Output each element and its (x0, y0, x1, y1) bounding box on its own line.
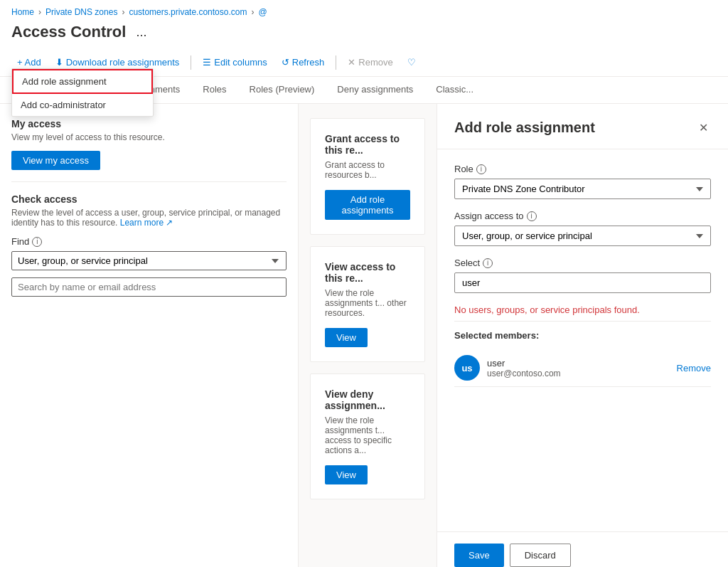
find-select[interactable]: User, group, or service principal Manage… (11, 251, 287, 270)
select-field-label: Select i (454, 258, 711, 268)
view-access-card: View access to this re... View the role … (310, 246, 425, 362)
find-info-icon: i (32, 237, 42, 247)
grant-access-card-title: Grant access to this re... (325, 133, 410, 156)
no-results-message: No users, groups, or service principals … (454, 299, 711, 322)
dropdown-item-add-co-admin[interactable]: Add co-administrator (12, 94, 153, 116)
save-button[interactable]: Save (454, 544, 504, 567)
select-info-icon: i (483, 258, 493, 268)
breadcrumb-customer[interactable]: customers.private.contoso.com (129, 7, 247, 17)
role-field-label: Role i (454, 164, 711, 174)
check-access-title: Check access (11, 194, 287, 205)
tab-roles[interactable]: Roles (191, 77, 237, 103)
tab-classic[interactable]: Classic... (424, 77, 485, 103)
columns-icon: ☰ (203, 57, 211, 68)
favorite-button[interactable]: ♡ (402, 53, 422, 72)
dropdown-item-add-role-assignment[interactable]: Add role assignment (12, 69, 153, 94)
breadcrumb-private-dns[interactable]: Private DNS zones (46, 7, 117, 17)
breadcrumb-at[interactable]: @ (258, 7, 267, 17)
page-title-row: Access Control ... (0, 20, 728, 48)
member-row: us user user@contoso.com Remove (454, 349, 711, 387)
my-access-title: My access (11, 118, 287, 129)
toolbar-separator-2 (336, 55, 336, 70)
view-access-button[interactable]: View (325, 328, 368, 347)
side-panel-footer: Save Discard (437, 531, 728, 567)
grant-access-card: Grant access to this re... Grant access … (310, 118, 425, 235)
side-panel-body: Role i Private DNS Zone Contributor Assi… (437, 149, 728, 531)
assign-access-label: Assign access to i (454, 211, 711, 221)
center-panel: Grant access to this re... Grant access … (299, 104, 437, 567)
check-access-section: Check access Review the level of access … (11, 194, 287, 297)
assign-access-select[interactable]: User, group, or service principal (454, 226, 711, 246)
edit-columns-button[interactable]: ☰ Edit columns (197, 53, 272, 72)
ellipsis-button[interactable]: ... (132, 23, 151, 41)
search-input[interactable] (11, 277, 287, 297)
view-access-card-title: View access to this re... (325, 261, 410, 284)
breadcrumb-home[interactable]: Home (11, 7, 34, 17)
member-name: user (487, 358, 670, 369)
refresh-icon: ↺ (282, 57, 289, 68)
member-remove-button[interactable]: Remove (677, 363, 711, 373)
download-label: Download role assignments (66, 57, 180, 68)
view-access-card-desc: View the role assignments t... other res… (325, 288, 410, 318)
side-panel-title: Add role assignment (454, 120, 595, 136)
member-email: user@contoso.com (487, 369, 670, 378)
page-title: Access Control (11, 23, 126, 41)
left-panel: My access View my level of access to thi… (0, 104, 299, 567)
role-info-icon: i (476, 164, 486, 174)
view-deny-button[interactable]: View (325, 465, 368, 484)
toolbar-separator-1 (191, 55, 191, 70)
add-dropdown-menu: Add role assignment Add co-administrator (11, 68, 154, 117)
tab-roles-preview[interactable]: Roles (Preview) (238, 77, 326, 103)
side-panel-header: Add role assignment ✕ (437, 104, 728, 149)
refresh-label: Refresh (292, 57, 325, 68)
breadcrumb: Home › Private DNS zones › customers.pri… (0, 0, 728, 20)
grant-access-card-desc: Grant access to resources b... (325, 160, 410, 180)
select-input[interactable] (454, 272, 711, 293)
selected-members-label: Selected members: (454, 330, 711, 341)
remove-icon: ✕ (348, 57, 355, 68)
view-my-access-button[interactable]: View my access (11, 151, 100, 170)
add-role-assignments-button[interactable]: Add role assignments (325, 190, 410, 220)
close-side-panel-button[interactable]: ✕ (696, 118, 711, 137)
view-deny-card-title: View deny assignmen... (325, 388, 410, 411)
remove-button[interactable]: ✕ Remove (342, 53, 398, 72)
section-divider-1 (11, 181, 287, 182)
view-deny-card-desc: View the role assignments t... access to… (325, 415, 410, 455)
side-panel: Add role assignment ✕ Role i Private DNS… (437, 104, 728, 567)
my-access-desc: View my level of access to this resource… (11, 132, 287, 142)
my-access-section: My access View my level of access to thi… (11, 118, 287, 170)
view-deny-card: View deny assignmen... View the role ass… (310, 373, 425, 499)
assign-access-info-icon: i (527, 211, 537, 221)
main-content: My access View my level of access to thi… (0, 104, 728, 567)
learn-more-link[interactable]: Learn more ↗ (120, 218, 173, 228)
find-label: Find i (11, 236, 287, 247)
refresh-button[interactable]: ↺ Refresh (276, 53, 331, 72)
member-avatar: us (454, 355, 480, 381)
download-icon: ⬇ (55, 57, 63, 68)
member-info: user user@contoso.com (487, 358, 670, 378)
role-select[interactable]: Private DNS Zone Contributor (454, 179, 711, 199)
remove-label: Remove (358, 57, 392, 68)
edit-columns-label: Edit columns (214, 57, 267, 68)
discard-button[interactable]: Discard (510, 544, 571, 567)
tab-deny-assignments[interactable]: Deny assignments (326, 77, 424, 103)
check-access-desc: Review the level of access a user, group… (11, 208, 287, 228)
